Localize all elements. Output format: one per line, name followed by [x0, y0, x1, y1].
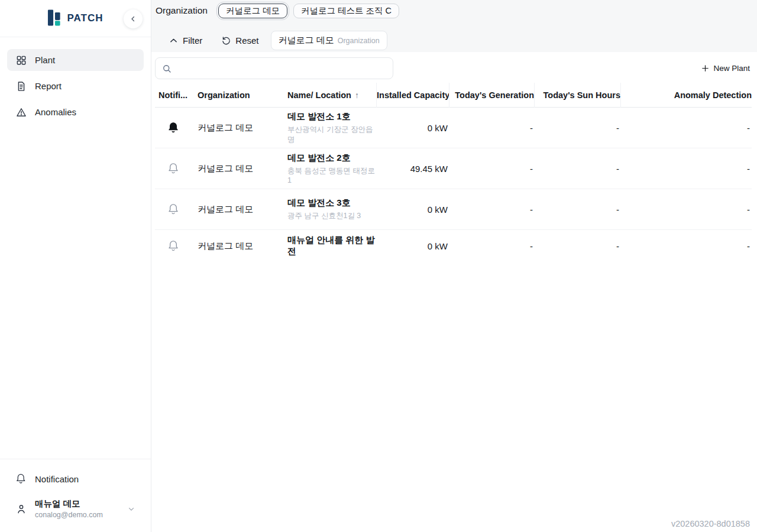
sidebar-footer: Notification 매뉴얼 데모 conalog@demo.com	[0, 459, 151, 532]
row-name-location: 데모 발전소 2호 충북 음성군 맹동면 태정로 1	[282, 153, 376, 184]
reset-icon	[221, 35, 231, 46]
new-plant-label: New Plant	[713, 64, 750, 73]
header-installed-capacity: Installed Capacity	[376, 83, 449, 108]
row-notification-cell	[155, 239, 192, 252]
row-todays-sun-hours: -	[534, 123, 620, 133]
sidebar-item-label: Plant	[35, 55, 55, 65]
plant-name: 매뉴얼 안내를 위한 발전	[287, 235, 376, 257]
row-todays-generation: -	[449, 164, 534, 174]
notification-menu-item[interactable]: Notification	[7, 469, 144, 489]
org-chip[interactable]: 커널로그 테스트 조직 C	[293, 4, 399, 18]
search-input[interactable]	[177, 63, 387, 74]
row-todays-sun-hours: -	[534, 205, 620, 215]
search-box[interactable]	[155, 57, 393, 79]
patch-logo-icon	[47, 9, 62, 28]
sidebar-item-report[interactable]: Report	[7, 75, 144, 97]
reset-button[interactable]: Reset	[221, 35, 258, 46]
organization-selector: Organization 커널로그 데모 커널로그 테스트 조직 C	[156, 0, 757, 18]
row-todays-generation: -	[449, 123, 534, 133]
notification-bell-icon[interactable]	[167, 162, 179, 175]
sidebar-item-plant[interactable]: Plant	[7, 49, 144, 71]
row-notification-cell	[155, 121, 192, 134]
plant-name: 데모 발전소 3호	[287, 197, 376, 209]
user-menu[interactable]: 매뉴얼 데모 conalog@demo.com	[7, 498, 144, 524]
sidebar-item-label: Report	[35, 81, 62, 91]
notification-bell-icon[interactable]	[167, 239, 179, 252]
header-anomaly-detection: Anomaly Detection	[620, 83, 752, 108]
row-installed-capacity: 49.45 kW	[376, 164, 449, 174]
active-filter-chip[interactable]: 커널로그 데모 Organization	[271, 31, 387, 50]
sidebar: PATCH Plant Report Anomalies	[0, 0, 151, 532]
plant-name: 데모 발전소 2호	[287, 153, 376, 164]
plant-location: 광주 남구 신효천1길 3	[287, 211, 376, 221]
row-notification-cell	[155, 162, 192, 175]
row-todays-generation: -	[449, 241, 534, 251]
app-version: v20260320-8d01858	[671, 519, 750, 528]
reset-label: Reset	[235, 35, 258, 46]
row-organization: 커널로그 데모	[192, 122, 282, 134]
row-installed-capacity: 0 kW	[376, 205, 449, 215]
row-todays-sun-hours: -	[534, 164, 620, 174]
sidebar-header: PATCH	[0, 0, 151, 37]
user-name: 매뉴얼 데모	[35, 498, 103, 510]
filter-bar: Filter Reset 커널로그 데모 Organization	[156, 31, 757, 50]
sort-ascending-icon: ↑	[355, 90, 359, 100]
row-name-location: 데모 발전소 1호 부산광역시 기장군 장안읍 명	[282, 111, 376, 145]
chevron-up-icon	[169, 35, 179, 46]
plant-location: 부산광역시 기장군 장안읍 명	[287, 125, 376, 145]
grid-icon	[15, 54, 27, 66]
table-row[interactable]: 커널로그 데모 데모 발전소 3호 광주 남구 신효천1길 3 0 kW - -…	[155, 189, 752, 230]
row-anomaly-detection: -	[620, 241, 752, 251]
sidebar-nav: Plant Report Anomalies	[0, 37, 151, 127]
brand-logo: PATCH	[47, 9, 103, 28]
header-name-location[interactable]: Name/ Location↑	[282, 90, 376, 100]
header-organization: Organization	[192, 90, 282, 100]
row-organization: 커널로그 데모	[192, 163, 282, 174]
chevron-left-icon	[129, 15, 137, 23]
active-filter-value: 커널로그 데모	[279, 35, 334, 46]
plant-location: 충북 음성군 맹동면 태정로 1	[287, 166, 376, 184]
sidebar-collapse-button[interactable]	[124, 9, 143, 28]
organization-label: Organization	[156, 5, 212, 16]
row-todays-generation: -	[449, 205, 534, 215]
header-notification: Notifi...	[155, 90, 192, 100]
topbar: Organization 커널로그 데모 커널로그 테스트 조직 C Filte…	[151, 0, 757, 52]
chevron-down-icon	[127, 505, 135, 513]
row-organization: 커널로그 데모	[192, 204, 282, 215]
notification-bell-icon[interactable]	[167, 203, 179, 216]
header-name-location-label: Name/ Location	[287, 90, 351, 100]
row-installed-capacity: 0 kW	[376, 241, 449, 251]
filter-toggle-button[interactable]: Filter	[169, 35, 202, 46]
table-row[interactable]: 커널로그 데모 매뉴얼 안내를 위한 발전 0 kW - - -	[155, 230, 752, 262]
org-chip-selected[interactable]: 커널로그 데모	[218, 4, 287, 18]
row-todays-sun-hours: -	[534, 241, 620, 251]
content-panel: New Plant Notifi... Organization Name/ L…	[151, 52, 757, 532]
person-icon	[15, 503, 27, 515]
filter-label: Filter	[183, 35, 202, 46]
active-filter-type: Organization	[338, 37, 380, 45]
row-installed-capacity: 0 kW	[376, 123, 449, 133]
row-organization: 커널로그 데모	[192, 241, 282, 252]
user-meta: 매뉴얼 데모 conalog@demo.com	[35, 498, 103, 519]
row-anomaly-detection: -	[620, 123, 752, 133]
table-row[interactable]: 커널로그 데모 데모 발전소 1호 부산광역시 기장군 장안읍 명 0 kW -…	[155, 108, 752, 148]
table-toolbar: New Plant	[155, 57, 752, 79]
bell-icon	[15, 473, 27, 485]
document-icon	[15, 80, 27, 92]
user-email: conalog@demo.com	[35, 511, 103, 519]
new-plant-button[interactable]: New Plant	[701, 64, 752, 73]
table-header: Notifi... Organization Name/ Location↑ I…	[155, 83, 752, 108]
brand-name: PATCH	[67, 12, 103, 24]
main-area: Organization 커널로그 데모 커널로그 테스트 조직 C Filte…	[151, 0, 757, 532]
notification-bell-icon[interactable]	[167, 121, 179, 134]
search-icon	[161, 63, 172, 74]
row-name-location: 데모 발전소 3호 광주 남구 신효천1길 3	[282, 197, 376, 221]
plant-name: 데모 발전소 1호	[287, 111, 376, 122]
sidebar-item-anomalies[interactable]: Anomalies	[7, 101, 144, 123]
row-name-location: 매뉴얼 안내를 위한 발전	[282, 235, 376, 257]
sidebar-item-label: Anomalies	[35, 107, 76, 117]
row-anomaly-detection: -	[620, 205, 752, 215]
table-row[interactable]: 커널로그 데모 데모 발전소 2호 충북 음성군 맹동면 태정로 1 49.45…	[155, 148, 752, 189]
notification-label: Notification	[35, 474, 79, 484]
row-anomaly-detection: -	[620, 164, 752, 174]
